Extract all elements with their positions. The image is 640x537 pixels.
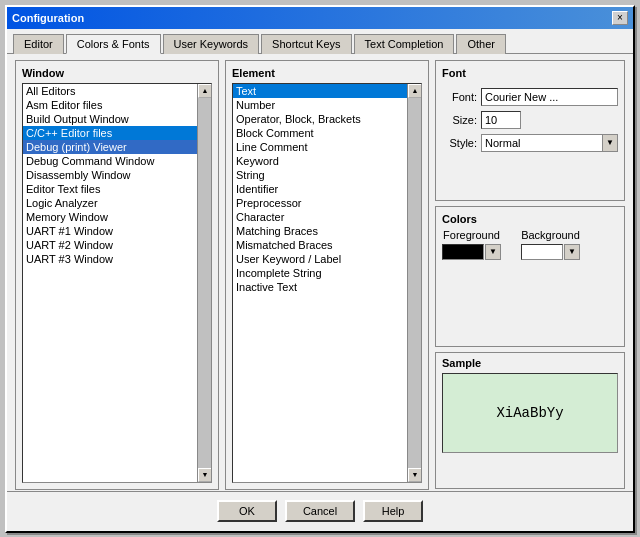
- background-swatch-row: ▼: [521, 244, 580, 260]
- dialog-title: Configuration: [12, 12, 84, 24]
- tab-other[interactable]: Other: [456, 34, 506, 54]
- sample-section: Sample XiAaBbYy: [435, 352, 625, 489]
- foreground-swatch-row: ▼: [442, 244, 501, 260]
- list-item[interactable]: Disassembly Window: [23, 168, 211, 182]
- element-list[interactable]: Text Number Operator, Block, Brackets Bl…: [232, 83, 422, 483]
- background-swatch[interactable]: [521, 244, 563, 260]
- scroll-track: [198, 98, 211, 468]
- element-list-item[interactable]: String: [233, 168, 421, 182]
- element-list-item[interactable]: Keyword: [233, 154, 421, 168]
- foreground-dropdown-btn[interactable]: ▼: [485, 244, 501, 260]
- window-list-scrollbar[interactable]: ▲ ▼: [197, 84, 211, 482]
- element-list-item-selected[interactable]: Text: [233, 84, 421, 98]
- colors-title: Colors: [442, 213, 618, 225]
- font-field-row: Font: Courier New ...: [442, 88, 618, 106]
- right-panel: Font Font: Courier New ... Size: 10 Styl…: [435, 60, 625, 490]
- ok-button[interactable]: OK: [217, 500, 277, 522]
- tab-text-completion[interactable]: Text Completion: [354, 34, 455, 54]
- element-list-item[interactable]: Preprocessor: [233, 196, 421, 210]
- close-button[interactable]: ×: [612, 11, 628, 25]
- element-list-scrollbar[interactable]: ▲ ▼: [407, 84, 421, 482]
- element-panel: Element Text Number Operator, Block, Bra…: [225, 60, 429, 490]
- element-list-item[interactable]: Incomplete String: [233, 266, 421, 280]
- main-content: Window All Editors Asm Editor files Buil…: [7, 54, 633, 496]
- window-panel-title: Window: [22, 67, 212, 79]
- style-dropdown[interactable]: Normal: [481, 134, 602, 152]
- tab-colors-fonts[interactable]: Colors & Fonts: [66, 34, 161, 54]
- list-item[interactable]: Editor Text files: [23, 182, 211, 196]
- list-item[interactable]: Debug Command Window: [23, 154, 211, 168]
- list-item[interactable]: All Editors: [23, 84, 211, 98]
- sample-text: XiAaBbYy: [496, 405, 563, 421]
- tab-bar: Editor Colors & Fonts User Keywords Shor…: [7, 29, 633, 54]
- title-bar: Configuration ×: [7, 7, 633, 29]
- scroll-down-btn[interactable]: ▼: [408, 468, 422, 482]
- font-section-title: Font: [442, 67, 618, 79]
- list-item[interactable]: Debug (print) Viewer: [23, 140, 211, 154]
- bottom-bar: OK Cancel Help: [7, 491, 633, 531]
- sample-box: XiAaBbYy: [442, 373, 618, 453]
- list-item[interactable]: UART #3 Window: [23, 252, 211, 266]
- scroll-down-btn[interactable]: ▼: [198, 468, 212, 482]
- element-panel-title: Element: [232, 67, 422, 79]
- element-list-item[interactable]: Operator, Block, Brackets: [233, 112, 421, 126]
- size-label: Size:: [442, 114, 477, 126]
- element-list-item[interactable]: Line Comment: [233, 140, 421, 154]
- help-button[interactable]: Help: [363, 500, 423, 522]
- configuration-dialog: Configuration × Editor Colors & Fonts Us…: [5, 5, 635, 533]
- window-list[interactable]: All Editors Asm Editor files Build Outpu…: [22, 83, 212, 483]
- foreground-col: Foreground ▼: [442, 229, 501, 260]
- foreground-label: Foreground: [443, 229, 500, 241]
- scroll-up-btn[interactable]: ▲: [408, 84, 422, 98]
- element-list-item[interactable]: Block Comment: [233, 126, 421, 140]
- list-item[interactable]: Logic Analyzer: [23, 196, 211, 210]
- sample-title: Sample: [442, 357, 618, 369]
- window-panel: Window All Editors Asm Editor files Buil…: [15, 60, 219, 490]
- background-dropdown-btn[interactable]: ▼: [564, 244, 580, 260]
- element-list-item[interactable]: User Keyword / Label: [233, 252, 421, 266]
- list-item[interactable]: UART #2 Window: [23, 238, 211, 252]
- style-label: Style:: [442, 137, 477, 149]
- colors-row: Foreground ▼ Background ▼: [442, 229, 618, 260]
- list-item[interactable]: Memory Window: [23, 210, 211, 224]
- list-item[interactable]: Asm Editor files: [23, 98, 211, 112]
- element-list-item[interactable]: Identifier: [233, 182, 421, 196]
- tab-user-keywords[interactable]: User Keywords: [163, 34, 260, 54]
- element-list-item[interactable]: Number: [233, 98, 421, 112]
- font-value[interactable]: Courier New ...: [481, 88, 618, 106]
- list-item-selected[interactable]: C/C++ Editor files: [23, 126, 211, 140]
- colors-section: Colors Foreground ▼ Background ▼: [435, 206, 625, 347]
- scroll-up-btn[interactable]: ▲: [198, 84, 212, 98]
- element-list-item[interactable]: Matching Braces: [233, 224, 421, 238]
- size-value[interactable]: 10: [481, 111, 521, 129]
- element-list-item[interactable]: Mismatched Braces: [233, 238, 421, 252]
- cancel-button[interactable]: Cancel: [285, 500, 355, 522]
- size-field-row: Size: 10: [442, 111, 618, 129]
- style-dropdown-arrow[interactable]: ▼: [602, 134, 618, 152]
- element-list-item[interactable]: Character: [233, 210, 421, 224]
- font-section: Font Font: Courier New ... Size: 10 Styl…: [435, 60, 625, 201]
- tab-shortcut-keys[interactable]: Shortcut Keys: [261, 34, 351, 54]
- foreground-swatch[interactable]: [442, 244, 484, 260]
- list-item[interactable]: UART #1 Window: [23, 224, 211, 238]
- style-field-row: Style: Normal ▼: [442, 134, 618, 152]
- background-col: Background ▼: [521, 229, 580, 260]
- scroll-track: [408, 98, 421, 468]
- style-dropdown-container: Normal ▼: [481, 134, 618, 152]
- background-label: Background: [521, 229, 580, 241]
- list-item[interactable]: Build Output Window: [23, 112, 211, 126]
- tab-editor[interactable]: Editor: [13, 34, 64, 54]
- element-list-item[interactable]: Inactive Text: [233, 280, 421, 294]
- font-label: Font:: [442, 91, 477, 103]
